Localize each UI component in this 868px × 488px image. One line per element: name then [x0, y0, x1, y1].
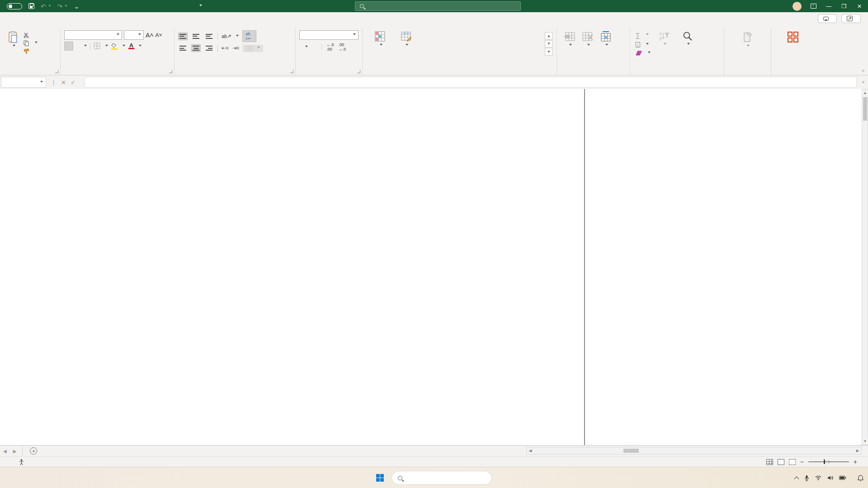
conditional-formatting-button[interactable] — [366, 30, 395, 48]
title-search-box[interactable] — [355, 1, 521, 11]
font-color-icon[interactable]: A — [128, 43, 134, 49]
hidden-icons-chevron[interactable] — [794, 476, 799, 481]
notification-bell-icon[interactable] — [858, 475, 863, 481]
zoom-out-icon[interactable]: − — [800, 458, 804, 465]
sort-filter-button[interactable]: AZ — [652, 30, 676, 47]
decrease-decimal-icon[interactable]: .00→.0 — [339, 42, 346, 52]
comments-button[interactable] — [818, 14, 837, 23]
start-button[interactable] — [372, 470, 387, 486]
orientation-icon[interactable]: ab↗ — [222, 33, 231, 39]
paste-icon — [8, 31, 19, 43]
cut-button[interactable] — [22, 31, 39, 39]
align-left-icon[interactable] — [178, 44, 188, 52]
zoom-slider[interactable] — [808, 461, 849, 462]
borders-icon[interactable] — [94, 42, 101, 50]
number-dialog-launcher[interactable] — [357, 70, 360, 73]
comments-icon — [823, 17, 829, 21]
increase-indent-icon[interactable]: ⇥≡ — [232, 45, 240, 51]
restore-button[interactable]: ❐ — [841, 3, 847, 9]
shrink-font-icon[interactable]: A˅ — [156, 32, 162, 38]
collapse-ribbon-icon[interactable]: ˄ — [862, 69, 864, 73]
number-format-combo[interactable] — [299, 30, 359, 40]
formula-input[interactable] — [85, 77, 857, 88]
fill-button[interactable]: ↓ — [634, 41, 652, 48]
font-name-combo[interactable] — [64, 30, 122, 40]
format-cells-button[interactable] — [597, 30, 615, 48]
accessibility-checker[interactable] — [19, 459, 26, 465]
grid-body[interactable] — [0, 97, 862, 445]
expand-formula-bar-icon[interactable]: ˅ — [859, 80, 868, 84]
top-align-icon[interactable] — [178, 33, 188, 40]
vertical-scroll-thumb[interactable] — [863, 97, 867, 121]
alignment-dialog-launcher[interactable] — [290, 70, 293, 73]
battery-icon[interactable] — [839, 476, 846, 480]
sort-filter-icon: AZ — [659, 31, 669, 41]
minimize-button[interactable]: — — [826, 3, 832, 9]
gallery-more-icon[interactable]: ▼́ — [545, 48, 553, 56]
network-icon[interactable] — [815, 475, 821, 480]
font-size-combo[interactable] — [124, 30, 144, 40]
zoom-slider-thumb[interactable] — [824, 460, 825, 464]
delete-cells-icon — [582, 31, 594, 42]
grow-font-icon[interactable]: A˄ — [146, 32, 154, 39]
middle-align-icon[interactable] — [191, 33, 201, 40]
find-select-button[interactable] — [676, 30, 699, 47]
horizontal-scrollbar[interactable]: ◀ ▶ — [526, 447, 862, 455]
undo-icon[interactable]: ↶ — [41, 3, 51, 10]
insert-cells-button[interactable] — [561, 30, 579, 48]
normal-view-icon[interactable] — [766, 459, 773, 465]
page-break-view-icon[interactable] — [789, 459, 796, 465]
search-icon — [360, 4, 364, 8]
increase-decimal-icon[interactable]: ←.0.00 — [326, 42, 334, 52]
scroll-right-icon[interactable]: ▶ — [854, 448, 861, 454]
ribbon: A˄ A˅ A ab↗ abc↵ — [0, 28, 868, 75]
vertical-scrollbar[interactable]: ▲ ▼ — [862, 89, 868, 445]
avatar[interactable] — [793, 2, 802, 11]
autosum-button[interactable]: ∑ — [634, 30, 652, 40]
format-painter-button[interactable] — [22, 47, 39, 55]
decrease-indent-icon[interactable]: ⇤≡ — [222, 45, 229, 51]
delete-cells-button[interactable] — [579, 30, 597, 48]
font-dialog-launcher[interactable] — [169, 70, 172, 73]
share-button[interactable]: ↗ — [841, 14, 861, 23]
sensitivity-button[interactable] — [739, 30, 756, 49]
format-as-table-button[interactable] — [395, 30, 418, 48]
merge-center-button[interactable] — [243, 45, 263, 52]
bottom-align-icon[interactable] — [204, 33, 214, 40]
close-button[interactable]: ✕ — [856, 3, 863, 9]
redo-icon[interactable]: ↷ — [57, 3, 68, 10]
clipboard-dialog-launcher[interactable] — [55, 70, 58, 73]
align-right-icon[interactable] — [204, 44, 214, 52]
horizontal-scroll-thumb[interactable] — [623, 449, 639, 453]
clear-button[interactable] — [634, 49, 652, 56]
cancel-entry-icon[interactable]: ✕ — [61, 79, 66, 86]
page-layout-view-icon[interactable] — [778, 459, 784, 465]
scroll-down-icon[interactable]: ▼ — [862, 438, 868, 445]
save-icon[interactable] — [28, 3, 34, 9]
scroll-up-icon[interactable]: ▲ — [862, 89, 868, 96]
ribbon-display-options-icon[interactable] — [811, 4, 816, 9]
bold-button[interactable] — [64, 42, 73, 51]
new-sheet-button[interactable]: + — [30, 447, 37, 455]
wrap-text-button[interactable]: abc↵ — [242, 30, 256, 42]
windows-logo-icon — [376, 474, 384, 482]
tab-nav-left-icon[interactable]: ◀ — [0, 449, 10, 454]
scroll-left-icon[interactable]: ◀ — [527, 448, 533, 454]
center-icon[interactable] — [191, 44, 201, 52]
fill-color-icon[interactable] — [111, 43, 118, 50]
addins-button[interactable] — [784, 30, 802, 45]
microphone-icon[interactable] — [804, 475, 809, 481]
copy-button[interactable] — [22, 39, 39, 47]
customize-qat-icon[interactable]: ⌄ — [74, 3, 80, 10]
namebox-options-icon[interactable]: ⋮ — [51, 79, 57, 86]
volume-icon[interactable] — [827, 475, 833, 480]
taskbar-search-box[interactable] — [392, 471, 492, 485]
paste-button[interactable] — [5, 30, 22, 49]
autosave-toggle[interactable] — [5, 3, 22, 9]
confirm-entry-icon[interactable]: ✓ — [71, 79, 75, 86]
gallery-down-icon[interactable]: ▼ — [545, 40, 553, 48]
gallery-up-icon[interactable]: ▲ — [545, 32, 553, 40]
tab-nav-right-icon[interactable]: ▶ — [10, 449, 20, 454]
name-box[interactable] — [1, 77, 46, 88]
zoom-in-icon[interactable]: + — [854, 458, 857, 465]
